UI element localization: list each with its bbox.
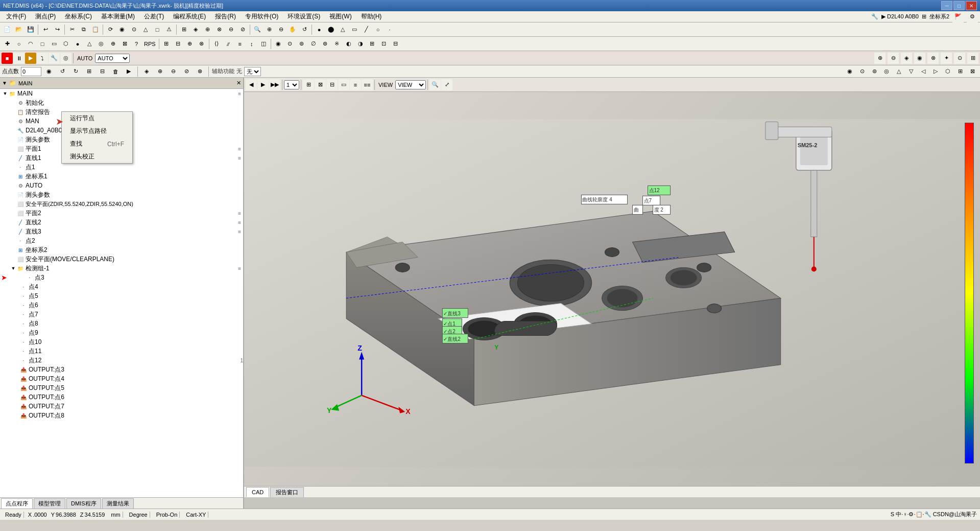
tb3-r2[interactable]: ⊖ <box>888 53 899 64</box>
tb-redo[interactable]: ↪ <box>52 24 63 35</box>
tree-item-point2[interactable]: · 点2 <box>0 236 243 245</box>
menu-report[interactable]: 报告(R) <box>211 11 240 22</box>
tree-item-safe1[interactable]: ⬜ 安全平面(ZDIR,55.5240,ZDIR,55.5240,ON) <box>0 199 243 209</box>
tb2-b5[interactable]: ▭ <box>49 38 60 50</box>
tb-p2[interactable]: ↺ <box>57 66 68 77</box>
flag-button[interactable]: 🚩 <box>952 11 964 22</box>
vtb-next[interactable]: ▶▶ <box>269 79 280 90</box>
tree-item-point7[interactable]: · 点7 <box>0 310 243 319</box>
tb2-b1[interactable]: ✚ <box>2 38 13 50</box>
tb3-r4[interactable]: ◉ <box>914 53 925 64</box>
tb-save[interactable]: 💾 <box>25 24 36 35</box>
tree-item-point4[interactable]: · 点4 <box>0 282 243 291</box>
tb-paste[interactable]: 📋 <box>90 24 101 35</box>
tb-p9[interactable]: ⊕ <box>154 66 165 77</box>
tb-point[interactable]: · <box>384 24 395 35</box>
vtb-b2[interactable]: ⊠ <box>315 79 326 90</box>
tb2-b2[interactable]: ○ <box>13 38 25 50</box>
tb2-b10[interactable]: ⊕ <box>107 38 118 50</box>
tb-b4[interactable]: ⊗ <box>213 24 225 35</box>
tb3-probe-icon[interactable]: 🔧 <box>49 53 60 64</box>
vtb-b5[interactable]: ≡ <box>350 79 361 90</box>
tb3-r6[interactable]: ✦ <box>941 53 952 64</box>
tree-item-coord1[interactable]: ⊞ 坐标系1 <box>0 172 243 181</box>
tb2-b16[interactable]: ⊕ <box>184 38 196 50</box>
tree-item-main[interactable]: ▼ 📁 MAIN ≡ <box>0 89 243 98</box>
tb3-r3[interactable]: ◈ <box>901 53 912 64</box>
canvas-area[interactable]: Z Y X SM25-2 <box>244 92 980 494</box>
tb-view1[interactable]: ◉ <box>844 66 855 77</box>
tb-view2[interactable]: ⊙ <box>856 66 868 77</box>
tb-view5[interactable]: △ <box>893 66 904 77</box>
ctx-find[interactable]: 查找 Ctrl+F <box>62 137 132 150</box>
tb-open[interactable]: 📂 <box>13 24 25 35</box>
tree-item-safe2[interactable]: ⬜ 安全平面(MOVE/CLEARPLANE) <box>0 255 243 264</box>
assist-select[interactable]: 无 <box>244 67 261 76</box>
tb-rotate2[interactable]: ↺ <box>299 24 310 35</box>
tb-zoom-in[interactable]: ⊕ <box>264 24 275 35</box>
tree-item-output6[interactable]: 📤 OUTPUT:点6 <box>0 393 243 402</box>
tb3-run[interactable]: ▶ <box>25 53 36 64</box>
tb2-b19[interactable]: ⫽ <box>223 38 234 50</box>
maximize-button[interactable]: □ <box>953 1 965 10</box>
tb-view4[interactable]: ◎ <box>881 66 892 77</box>
vtb-b3[interactable]: ⊟ <box>326 79 338 90</box>
vtb-b6[interactable]: ≡≡ <box>362 79 373 90</box>
tb-warn[interactable]: ⚠ <box>163 24 175 35</box>
close-button[interactable]: ✕ <box>966 1 977 10</box>
menu-coord[interactable]: 坐标系(C) <box>61 11 96 22</box>
tb-p8[interactable]: ◈ <box>141 66 152 77</box>
points-input[interactable] <box>21 67 41 76</box>
menu-measure[interactable]: 测点(P) <box>31 11 60 22</box>
tb-new[interactable]: 📄 <box>2 24 13 35</box>
lbtab-model[interactable]: 模型管理 <box>34 498 65 509</box>
tb2-b23[interactable]: ◉ <box>273 38 284 50</box>
tb2-b27[interactable]: ⊛ <box>320 38 331 50</box>
tb-cylinder[interactable]: ⬤ <box>325 24 337 35</box>
tree-item-output8[interactable]: 📤 OUTPUT:点8 <box>0 411 243 420</box>
menu-special[interactable]: 专用软件(O) <box>241 11 282 22</box>
tb-b1[interactable]: ⊞ <box>178 24 189 35</box>
tb-zoom-out[interactable]: ⊖ <box>275 24 286 35</box>
tb3-pause[interactable]: ⏸ <box>13 53 25 64</box>
menu-tolerance[interactable]: 公差(T) <box>140 11 168 22</box>
tree-item-point6[interactable]: · 点6 <box>0 301 243 310</box>
lbtab-program[interactable]: 点点程序 <box>1 498 33 509</box>
tb2-b22[interactable]: ◫ <box>258 38 269 50</box>
tb3-r1[interactable]: ⊕ <box>874 53 886 64</box>
tree-item-point11[interactable]: · 点11 <box>0 347 243 356</box>
tb-plane[interactable]: ▭ <box>349 24 360 35</box>
tb2-b21[interactable]: ↕ <box>246 38 257 50</box>
tb2-b17[interactable]: ⊗ <box>196 38 207 50</box>
tb-view3[interactable]: ⊚ <box>869 66 880 77</box>
tb2-b25[interactable]: ⊚ <box>296 38 307 50</box>
btab-cad[interactable]: CAD <box>246 487 269 497</box>
vtb-expand[interactable]: ⤢ <box>441 79 452 90</box>
ctx-probe-cal[interactable]: 测头校正 <box>62 150 132 163</box>
tb2-b32[interactable]: ⊡ <box>378 38 390 50</box>
ctx-run-node[interactable]: 运行节点 <box>62 112 132 125</box>
tb2-b13[interactable]: RPS <box>142 38 157 50</box>
tb-b3[interactable]: ⊕ <box>202 24 213 35</box>
vtb-view-select[interactable]: VIEW <box>395 80 426 89</box>
tb2-b20[interactable]: ≡ <box>234 38 246 50</box>
tb3-r5[interactable]: ⊗ <box>927 53 939 64</box>
vtb-b4[interactable]: ▭ <box>338 79 349 90</box>
tb-measure1[interactable]: ◉ <box>116 24 128 35</box>
tb2-b3[interactable]: ◠ <box>25 38 36 50</box>
tb-view10[interactable]: ⊞ <box>954 66 966 77</box>
panel-close-icon[interactable]: ✕ <box>236 80 241 86</box>
tb2-b12[interactable]: ? <box>131 38 142 50</box>
tb-measure3[interactable]: △ <box>140 24 151 35</box>
tree-item-line3[interactable]: ╱ 直线3 ≡ <box>0 227 243 236</box>
settings-button2[interactable]: ⚙ <box>967 11 978 22</box>
vtb-b1[interactable]: ⊞ <box>303 79 314 90</box>
tb2-b24[interactable]: ⊙ <box>284 38 296 50</box>
vtb-zoom[interactable]: 🔍 <box>429 79 441 90</box>
tree-item-point5[interactable]: · 点5 <box>0 291 243 301</box>
tb-p5[interactable]: ⊟ <box>97 66 108 77</box>
menu-view[interactable]: 视图(W) <box>325 11 355 22</box>
tb-sphere[interactable]: ● <box>314 24 325 35</box>
menu-help[interactable]: 帮助(H) <box>357 11 386 22</box>
menu-prog[interactable]: 编程系统(E) <box>169 11 210 22</box>
